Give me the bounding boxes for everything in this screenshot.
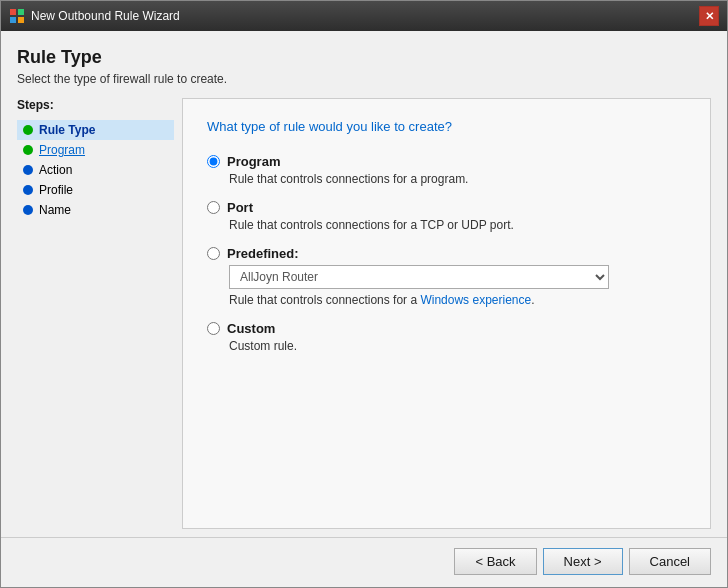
desc-port: Rule that controls connections for a TCP… [229, 218, 686, 232]
page-subtitle: Select the type of firewall rule to crea… [17, 72, 711, 86]
bottom-bar: < Back Next > Cancel [1, 537, 727, 587]
steps-label: Steps: [17, 98, 174, 112]
radio-row-predefined: Predefined: [207, 246, 686, 261]
page-title: Rule Type [17, 47, 711, 68]
right-panel: What type of rule would you like to crea… [182, 98, 711, 529]
sidebar-item-action: Action [17, 160, 174, 180]
svg-rect-3 [18, 17, 24, 23]
desc-custom: Custom rule. [229, 339, 686, 353]
sidebar-item-rule-type[interactable]: Rule Type [17, 120, 174, 140]
label-program[interactable]: Program [227, 154, 280, 169]
steps-sidebar: Steps: Rule Type Program Action Profile [17, 98, 182, 529]
content-area: Rule Type Select the type of firewall ru… [1, 31, 727, 537]
svg-rect-1 [18, 9, 24, 15]
step-dot-profile [23, 185, 33, 195]
radio-row-custom: Custom [207, 321, 686, 336]
windows-experience-link[interactable]: Windows experience [420, 293, 531, 307]
step-dot-action [23, 165, 33, 175]
main-layout: Steps: Rule Type Program Action Profile [17, 98, 711, 529]
wizard-icon [9, 8, 25, 24]
option-program: Program Rule that controls connections f… [207, 154, 686, 186]
desc-predefined: Rule that controls connections for a Win… [229, 293, 686, 307]
sidebar-label-rule-type: Rule Type [39, 123, 95, 137]
radio-port[interactable] [207, 201, 220, 214]
wizard-window: New Outbound Rule Wizard ✕ Rule Type Sel… [0, 0, 728, 588]
step-dot-name [23, 205, 33, 215]
sidebar-label-profile: Profile [39, 183, 73, 197]
cancel-button[interactable]: Cancel [629, 548, 711, 575]
radio-row-port: Port [207, 200, 686, 215]
step-dot-program [23, 145, 33, 155]
svg-rect-2 [10, 17, 16, 23]
close-button[interactable]: ✕ [699, 6, 719, 26]
next-button[interactable]: Next > [543, 548, 623, 575]
predefined-dropdown-container: AllJoyn Router BranchCache - Content Ret… [229, 265, 609, 289]
label-custom[interactable]: Custom [227, 321, 275, 336]
sidebar-label-action: Action [39, 163, 72, 177]
radio-row-program: Program [207, 154, 686, 169]
radio-program[interactable] [207, 155, 220, 168]
back-button[interactable]: < Back [454, 548, 536, 575]
radio-predefined[interactable] [207, 247, 220, 260]
desc-program: Rule that controls connections for a pro… [229, 172, 686, 186]
option-port: Port Rule that controls connections for … [207, 200, 686, 232]
sidebar-label-program: Program [39, 143, 85, 157]
sidebar-label-name: Name [39, 203, 71, 217]
predefined-select[interactable]: AllJoyn Router BranchCache - Content Ret… [229, 265, 609, 289]
question-text: What type of rule would you like to crea… [207, 119, 686, 134]
sidebar-item-name: Name [17, 200, 174, 220]
label-port[interactable]: Port [227, 200, 253, 215]
option-custom: Custom Custom rule. [207, 321, 686, 353]
sidebar-item-profile: Profile [17, 180, 174, 200]
radio-custom[interactable] [207, 322, 220, 335]
svg-rect-0 [10, 9, 16, 15]
sidebar-item-program[interactable]: Program [17, 140, 174, 160]
window-title: New Outbound Rule Wizard [31, 9, 699, 23]
title-bar: New Outbound Rule Wizard ✕ [1, 1, 727, 31]
question-span: What type of rule would you like to crea… [207, 119, 452, 134]
step-dot-rule-type [23, 125, 33, 135]
label-predefined[interactable]: Predefined: [227, 246, 299, 261]
option-predefined: Predefined: AllJoyn Router BranchCache -… [207, 246, 686, 307]
